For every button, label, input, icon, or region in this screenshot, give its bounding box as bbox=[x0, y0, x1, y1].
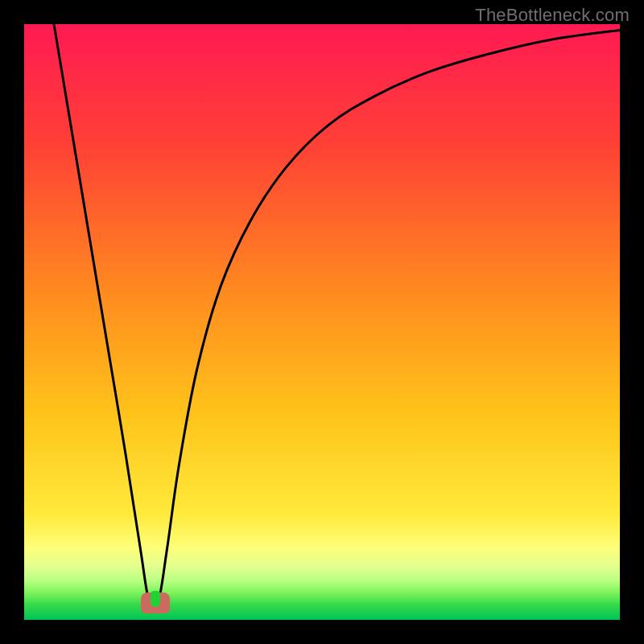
watermark-text: TheBottleneck.com bbox=[475, 5, 630, 26]
bottleneck-curve-path bbox=[54, 24, 620, 609]
curve-svg bbox=[24, 24, 620, 620]
optimal-marker bbox=[141, 592, 170, 613]
plot-area bbox=[24, 24, 620, 620]
chart-frame: TheBottleneck.com bbox=[0, 0, 644, 644]
